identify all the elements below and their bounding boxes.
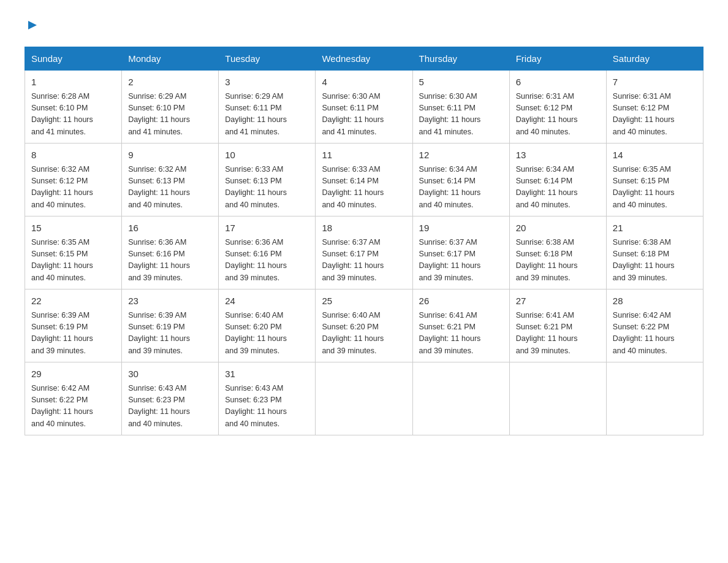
day-info: Sunrise: 6:43 AMSunset: 6:23 PMDaylight:…	[128, 383, 212, 431]
header-saturday: Saturday	[606, 47, 703, 71]
day-number: 7	[613, 75, 697, 90]
day-info: Sunrise: 6:37 AMSunset: 6:17 PMDaylight:…	[419, 237, 503, 285]
day-number: 5	[419, 75, 503, 90]
calendar-cell: 31Sunrise: 6:43 AMSunset: 6:23 PMDayligh…	[219, 362, 316, 435]
day-number: 28	[613, 294, 697, 308]
calendar-week-1: 1Sunrise: 6:28 AMSunset: 6:10 PMDaylight…	[25, 71, 703, 144]
logo-triangle-icon	[26, 18, 39, 32]
calendar-cell: 6Sunrise: 6:31 AMSunset: 6:12 PMDaylight…	[509, 71, 606, 144]
day-info: Sunrise: 6:29 AMSunset: 6:11 PMDaylight:…	[225, 91, 309, 139]
calendar-cell: 2Sunrise: 6:29 AMSunset: 6:10 PMDaylight…	[122, 71, 219, 144]
calendar-cell: 21Sunrise: 6:38 AMSunset: 6:18 PMDayligh…	[606, 216, 703, 289]
day-info: Sunrise: 6:40 AMSunset: 6:20 PMDaylight:…	[225, 310, 309, 358]
day-number: 3	[225, 75, 309, 90]
day-info: Sunrise: 6:36 AMSunset: 6:16 PMDaylight:…	[225, 237, 309, 285]
day-number: 26	[419, 294, 503, 308]
day-number: 12	[419, 148, 503, 163]
day-info: Sunrise: 6:35 AMSunset: 6:15 PMDaylight:…	[613, 164, 697, 212]
calendar-cell: 8Sunrise: 6:32 AMSunset: 6:12 PMDaylight…	[25, 144, 122, 216]
day-number: 21	[613, 221, 697, 236]
day-info: Sunrise: 6:29 AMSunset: 6:10 PMDaylight:…	[128, 91, 212, 139]
day-number: 19	[419, 221, 503, 236]
day-info: Sunrise: 6:31 AMSunset: 6:12 PMDaylight:…	[613, 91, 697, 139]
day-info: Sunrise: 6:43 AMSunset: 6:23 PMDaylight:…	[225, 383, 309, 431]
header-wednesday: Wednesday	[316, 47, 412, 71]
calendar-cell: 30Sunrise: 6:43 AMSunset: 6:23 PMDayligh…	[122, 362, 219, 435]
day-number: 17	[225, 221, 309, 236]
calendar-cell: 14Sunrise: 6:35 AMSunset: 6:15 PMDayligh…	[606, 144, 703, 216]
day-info: Sunrise: 6:37 AMSunset: 6:17 PMDaylight:…	[322, 237, 406, 285]
day-number: 10	[225, 148, 309, 163]
day-info: Sunrise: 6:36 AMSunset: 6:16 PMDaylight:…	[128, 237, 212, 285]
day-number: 16	[128, 221, 212, 236]
day-info: Sunrise: 6:34 AMSunset: 6:14 PMDaylight:…	[419, 164, 503, 212]
top-section	[25, 18, 703, 34]
calendar-week-2: 8Sunrise: 6:32 AMSunset: 6:12 PMDaylight…	[25, 144, 703, 216]
day-info: Sunrise: 6:30 AMSunset: 6:11 PMDaylight:…	[322, 91, 406, 139]
day-info: Sunrise: 6:35 AMSunset: 6:15 PMDaylight:…	[31, 237, 115, 285]
calendar-cell: 17Sunrise: 6:36 AMSunset: 6:16 PMDayligh…	[219, 216, 316, 289]
header-tuesday: Tuesday	[219, 47, 316, 71]
calendar-cell: 22Sunrise: 6:39 AMSunset: 6:19 PMDayligh…	[25, 289, 122, 362]
calendar-week-5: 29Sunrise: 6:42 AMSunset: 6:22 PMDayligh…	[25, 362, 703, 435]
calendar-header: SundayMondayTuesdayWednesdayThursdayFrid…	[25, 47, 703, 71]
header-monday: Monday	[122, 47, 219, 71]
day-info: Sunrise: 6:41 AMSunset: 6:21 PMDaylight:…	[419, 310, 503, 358]
header-sunday: Sunday	[25, 47, 122, 71]
calendar-week-4: 22Sunrise: 6:39 AMSunset: 6:19 PMDayligh…	[25, 289, 703, 362]
day-number: 1	[31, 75, 115, 90]
calendar-cell: 4Sunrise: 6:30 AMSunset: 6:11 PMDaylight…	[316, 71, 412, 144]
calendar-cell: 19Sunrise: 6:37 AMSunset: 6:17 PMDayligh…	[412, 216, 509, 289]
day-number: 30	[128, 367, 212, 381]
calendar-cell: 12Sunrise: 6:34 AMSunset: 6:14 PMDayligh…	[412, 144, 509, 216]
day-number: 27	[516, 294, 600, 308]
day-info: Sunrise: 6:30 AMSunset: 6:11 PMDaylight:…	[419, 91, 503, 139]
day-number: 15	[31, 221, 115, 236]
day-number: 25	[322, 294, 406, 308]
day-info: Sunrise: 6:28 AMSunset: 6:10 PMDaylight:…	[31, 91, 115, 139]
day-number: 23	[128, 294, 212, 308]
calendar-cell: 29Sunrise: 6:42 AMSunset: 6:22 PMDayligh…	[25, 362, 122, 435]
day-number: 18	[322, 221, 406, 236]
calendar-cell: 25Sunrise: 6:40 AMSunset: 6:20 PMDayligh…	[316, 289, 412, 362]
calendar-cell: 7Sunrise: 6:31 AMSunset: 6:12 PMDaylight…	[606, 71, 703, 144]
day-number: 2	[128, 75, 212, 90]
calendar-cell: 11Sunrise: 6:33 AMSunset: 6:14 PMDayligh…	[316, 144, 412, 216]
calendar-cell: 9Sunrise: 6:32 AMSunset: 6:13 PMDaylight…	[122, 144, 219, 216]
day-info: Sunrise: 6:32 AMSunset: 6:12 PMDaylight:…	[31, 164, 115, 212]
day-number: 11	[322, 148, 406, 163]
day-number: 24	[225, 294, 309, 308]
day-info: Sunrise: 6:34 AMSunset: 6:14 PMDaylight:…	[516, 164, 600, 212]
day-info: Sunrise: 6:42 AMSunset: 6:22 PMDaylight:…	[613, 310, 697, 358]
calendar-cell: 27Sunrise: 6:41 AMSunset: 6:21 PMDayligh…	[509, 289, 606, 362]
calendar-cell: 3Sunrise: 6:29 AMSunset: 6:11 PMDaylight…	[219, 71, 316, 144]
calendar-cell: 26Sunrise: 6:41 AMSunset: 6:21 PMDayligh…	[412, 289, 509, 362]
day-number: 22	[31, 294, 115, 308]
calendar-cell: 1Sunrise: 6:28 AMSunset: 6:10 PMDaylight…	[25, 71, 122, 144]
calendar-cell: 5Sunrise: 6:30 AMSunset: 6:11 PMDaylight…	[412, 71, 509, 144]
day-info: Sunrise: 6:40 AMSunset: 6:20 PMDaylight:…	[322, 310, 406, 358]
day-number: 6	[516, 75, 600, 90]
day-info: Sunrise: 6:31 AMSunset: 6:12 PMDaylight:…	[516, 91, 600, 139]
day-info: Sunrise: 6:39 AMSunset: 6:19 PMDaylight:…	[31, 310, 115, 358]
calendar-cell: 13Sunrise: 6:34 AMSunset: 6:14 PMDayligh…	[509, 144, 606, 216]
day-info: Sunrise: 6:39 AMSunset: 6:19 PMDaylight:…	[128, 310, 212, 358]
calendar-cell	[316, 362, 412, 435]
calendar-body: 1Sunrise: 6:28 AMSunset: 6:10 PMDaylight…	[25, 71, 703, 435]
day-number: 9	[128, 148, 212, 163]
day-info: Sunrise: 6:38 AMSunset: 6:18 PMDaylight:…	[613, 237, 697, 285]
day-number: 8	[31, 148, 115, 163]
calendar-cell: 24Sunrise: 6:40 AMSunset: 6:20 PMDayligh…	[219, 289, 316, 362]
day-number: 31	[225, 367, 309, 381]
calendar-cell: 16Sunrise: 6:36 AMSunset: 6:16 PMDayligh…	[122, 216, 219, 289]
calendar-cell: 23Sunrise: 6:39 AMSunset: 6:19 PMDayligh…	[122, 289, 219, 362]
calendar-cell	[606, 362, 703, 435]
day-info: Sunrise: 6:38 AMSunset: 6:18 PMDaylight:…	[516, 237, 600, 285]
day-number: 20	[516, 221, 600, 236]
day-info: Sunrise: 6:42 AMSunset: 6:22 PMDaylight:…	[31, 383, 115, 431]
day-number: 14	[613, 148, 697, 163]
day-number: 4	[322, 75, 406, 90]
calendar-cell: 10Sunrise: 6:33 AMSunset: 6:13 PMDayligh…	[219, 144, 316, 216]
calendar-week-3: 15Sunrise: 6:35 AMSunset: 6:15 PMDayligh…	[25, 216, 703, 289]
day-info: Sunrise: 6:33 AMSunset: 6:13 PMDaylight:…	[225, 164, 309, 212]
